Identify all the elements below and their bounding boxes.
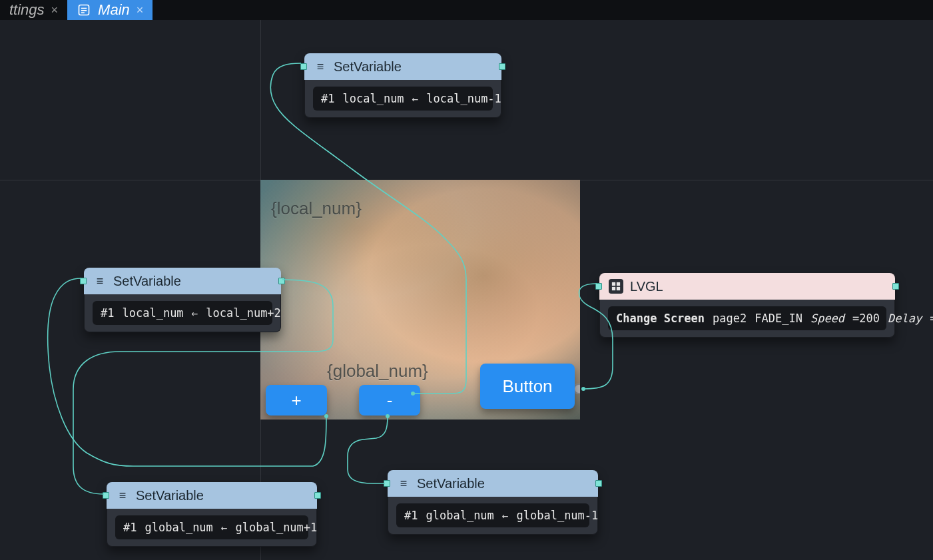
node-setvariable-bottom-center[interactable]: ≡ SetVariable #1 global_num ← global_num… (388, 470, 598, 535)
plus-button[interactable]: + (266, 385, 327, 416)
lvgl-delay-val: =0 (930, 312, 933, 325)
row-var: global_num (145, 521, 212, 534)
flow-out-port[interactable] (314, 492, 321, 499)
tab-bar: ttings × Main × (0, 0, 933, 20)
node-header[interactable]: ≡ SetVariable (84, 268, 281, 294)
lvgl-action: Change Screen (616, 312, 705, 325)
flow-in-port[interactable] (300, 63, 307, 70)
node-title: SetVariable (334, 59, 402, 75)
lvgl-speed-val: =200 (852, 312, 880, 325)
equals-icon: ≡ (116, 489, 129, 503)
node-body: #1 global_num ← global_num-1 (388, 497, 598, 535)
node-title: SetVariable (113, 274, 181, 289)
flow-in-port[interactable] (595, 283, 602, 290)
node-body: #1 local_num ← local_num-1 (304, 80, 501, 118)
node-header[interactable]: ≡ SetVariable (388, 470, 598, 497)
lvgl-anim: FADE_IN (755, 312, 802, 325)
label-global-num: {global_num} (327, 361, 428, 382)
flow-out-port[interactable] (892, 283, 899, 290)
node-row: #1 global_num ← global_num-1 (396, 503, 589, 527)
node-title: SetVariable (417, 476, 485, 491)
node-row: #1 local_num ← local_num-1 (313, 87, 493, 111)
equals-icon: ≡ (397, 477, 410, 491)
flow-canvas[interactable]: {local_num} {global_num} + - Button ≡ Se… (0, 20, 933, 560)
page-icon (77, 3, 91, 17)
row-expr: local_num-1 (426, 92, 501, 105)
main-button[interactable]: Button (480, 364, 575, 409)
node-row: #1 global_num ← global_num+1 (115, 515, 308, 539)
node-row: #1 local_num ← local_num+2 (93, 301, 272, 325)
flow-out-port[interactable] (278, 278, 285, 284)
node-header[interactable]: ≡ SetVariable (107, 482, 317, 509)
arrow-left-icon: ← (221, 521, 228, 534)
equals-icon: ≡ (93, 274, 107, 288)
tab-main[interactable]: Main × (67, 0, 153, 20)
tab-settings[interactable]: ttings × (0, 0, 67, 20)
row-var: local_num (342, 92, 404, 105)
row-index: #1 (404, 509, 418, 522)
node-lvgl[interactable]: LVGL Change Screen page2 FADE_IN Speed=2… (599, 273, 895, 338)
svg-rect-5 (617, 282, 620, 286)
node-title: SetVariable (136, 488, 204, 503)
lvgl-icon (609, 279, 623, 294)
svg-rect-4 (612, 282, 615, 286)
close-icon[interactable]: × (51, 3, 59, 17)
equals-icon: ≡ (314, 60, 327, 74)
svg-rect-6 (612, 287, 615, 290)
row-expr: global_num+1 (235, 521, 317, 534)
lvgl-delay-lbl: Delay (888, 312, 922, 325)
tab-main-label: Main (98, 1, 130, 19)
ui-screen-preview[interactable]: {local_num} {global_num} + - Button (260, 180, 580, 420)
flow-in-port[interactable] (103, 492, 109, 499)
flow-out-port[interactable] (595, 480, 602, 487)
node-body: Change Screen page2 FADE_IN Speed=200 De… (599, 300, 895, 338)
row-index: #1 (101, 306, 114, 320)
node-header[interactable]: ≡ SetVariable (304, 53, 501, 80)
lvgl-target: page2 (713, 312, 747, 325)
close-icon[interactable]: × (137, 3, 144, 17)
node-setvariable-bottom-left[interactable]: ≡ SetVariable #1 global_num ← global_num… (107, 482, 317, 547)
node-body: #1 global_num ← global_num+1 (107, 509, 317, 547)
flow-in-port[interactable] (80, 278, 87, 284)
svg-rect-7 (617, 287, 620, 290)
svg-point-11 (581, 387, 585, 391)
flow-out-port[interactable] (499, 63, 505, 70)
row-var: global_num (426, 509, 493, 522)
arrow-left-icon: ← (412, 93, 419, 105)
node-title: LVGL (630, 279, 663, 294)
minus-button[interactable]: - (359, 385, 420, 416)
node-row: Change Screen page2 FADE_IN Speed=200 De… (608, 306, 886, 330)
label-local-num: {local_num} (271, 198, 362, 219)
flow-in-port[interactable] (384, 480, 390, 487)
node-setvariable-top[interactable]: ≡ SetVariable #1 local_num ← local_num-1 (304, 53, 501, 118)
node-body: #1 local_num ← local_num+2 (84, 294, 281, 332)
row-expr: global_num-1 (516, 509, 598, 522)
node-header[interactable]: LVGL (599, 273, 895, 300)
tab-settings-label: ttings (9, 1, 45, 19)
node-setvariable-left[interactable]: ≡ SetVariable #1 local_num ← local_num+2 (84, 268, 281, 332)
row-expr: local_num+2 (206, 306, 281, 320)
row-var: local_num (122, 306, 183, 320)
lvgl-speed-lbl: Speed (810, 312, 844, 325)
row-index: #1 (321, 92, 334, 105)
arrow-left-icon: ← (502, 509, 509, 522)
arrow-left-icon: ← (192, 307, 198, 320)
row-index: #1 (123, 521, 137, 534)
